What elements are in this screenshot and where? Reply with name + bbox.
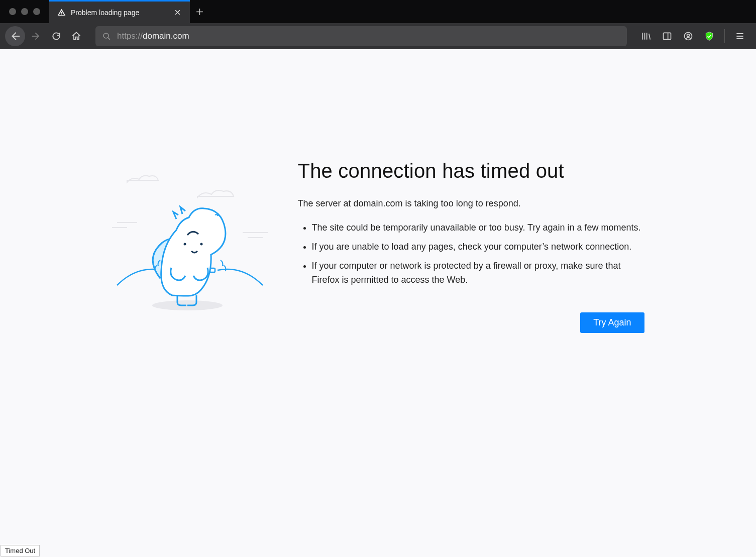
window-controls (0, 0, 49, 23)
status-tooltip: Timed Out (1, 545, 40, 556)
error-bullet: The site could be temporarily unavailabl… (312, 221, 644, 235)
home-button[interactable] (67, 27, 85, 45)
try-again-button[interactable]: Try Again (580, 312, 644, 333)
toolbar: https://domain.com (0, 23, 756, 49)
svg-point-7 (183, 243, 186, 246)
toolbar-right (637, 27, 751, 45)
error-container: The connection has timed out The server … (112, 160, 644, 333)
window-close-dot[interactable] (9, 8, 16, 15)
window-minimize-dot[interactable] (21, 8, 28, 15)
warning-icon (57, 8, 66, 17)
titlebar: Problem loading page (0, 0, 756, 23)
menu-button[interactable] (731, 27, 749, 45)
error-text: The connection has timed out The server … (298, 160, 644, 333)
url-bar[interactable]: https://domain.com (95, 26, 627, 46)
error-bullet: If your computer or network is protected… (312, 259, 644, 287)
error-heading: The connection has timed out (298, 160, 644, 182)
sidebar-icon[interactable] (658, 27, 676, 45)
account-icon[interactable] (679, 27, 697, 45)
tab-title: Problem loading page (71, 9, 139, 17)
back-button[interactable] (5, 26, 25, 46)
reload-button[interactable] (47, 27, 65, 45)
svg-point-3 (687, 34, 690, 37)
search-icon (102, 32, 111, 41)
window-zoom-dot[interactable] (33, 8, 40, 15)
error-bullet: If you are unable to load any pages, che… (312, 240, 644, 254)
error-suggestions: The site could be temporarily unavailabl… (298, 221, 644, 287)
browser-chrome: Problem loading page https://domain.com (0, 0, 756, 49)
url-scheme: https:// (117, 31, 143, 41)
toolbar-divider (724, 29, 725, 43)
new-tab-button[interactable] (190, 0, 209, 23)
svg-rect-1 (664, 33, 671, 39)
page-content: The connection has timed out The server … (0, 49, 756, 557)
url-host: domain.com (143, 31, 189, 41)
error-subheading: The server at domain.com is taking too l… (298, 198, 644, 209)
library-icon[interactable] (637, 27, 655, 45)
svg-point-8 (200, 243, 202, 246)
error-illustration (112, 160, 273, 320)
svg-point-0 (103, 33, 109, 38)
close-tab-icon[interactable] (172, 7, 183, 18)
shield-icon[interactable] (700, 27, 718, 45)
browser-tab[interactable]: Problem loading page (49, 0, 190, 23)
forward-button[interactable] (27, 27, 45, 45)
